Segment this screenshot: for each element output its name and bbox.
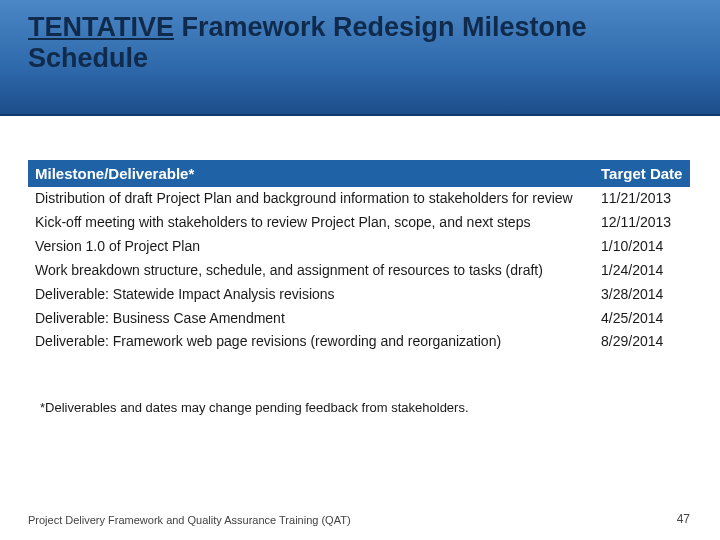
table-row: Deliverable: Statewide Impact Analysis r… [28,283,690,307]
table-row: Work breakdown structure, schedule, and … [28,259,690,283]
slide: { "title": { "prefix": "TENTATIVE", "res… [0,0,720,540]
table-row: Kick-off meeting with stakeholders to re… [28,211,690,235]
footer-text: Project Delivery Framework and Quality A… [28,514,692,526]
footnote: *Deliverables and dates may change pendi… [40,400,469,415]
milestone-table-wrap: Milestone/Deliverable* Target Date Distr… [28,160,690,354]
cell-date: 1/24/2014 [594,259,690,283]
cell-milestone: Deliverable: Framework web page revision… [28,330,594,354]
cell-milestone: Deliverable: Business Case Amendment [28,307,594,331]
milestone-table: Milestone/Deliverable* Target Date Distr… [28,160,690,354]
cell-date: 12/11/2013 [594,211,690,235]
cell-date: 1/10/2014 [594,235,690,259]
table-row: Deliverable: Business Case Amendment 4/2… [28,307,690,331]
cell-date: 4/25/2014 [594,307,690,331]
cell-date: 11/21/2013 [594,187,690,211]
table-header-row: Milestone/Deliverable* Target Date [28,160,690,187]
table-row: Deliverable: Framework web page revision… [28,330,690,354]
page-title: TENTATIVE Framework Redesign Milestone S… [28,12,692,74]
col-header-date: Target Date [594,160,690,187]
col-header-milestone: Milestone/Deliverable* [28,160,594,187]
cell-milestone: Version 1.0 of Project Plan [28,235,594,259]
page-number: 47 [677,512,690,526]
cell-date: 8/29/2014 [594,330,690,354]
table-row: Distribution of draft Project Plan and b… [28,187,690,211]
cell-date: 3/28/2014 [594,283,690,307]
cell-milestone: Deliverable: Statewide Impact Analysis r… [28,283,594,307]
cell-milestone: Kick-off meeting with stakeholders to re… [28,211,594,235]
title-prefix: TENTATIVE [28,12,174,42]
table-row: Version 1.0 of Project Plan 1/10/2014 [28,235,690,259]
cell-milestone: Work breakdown structure, schedule, and … [28,259,594,283]
cell-milestone: Distribution of draft Project Plan and b… [28,187,594,211]
